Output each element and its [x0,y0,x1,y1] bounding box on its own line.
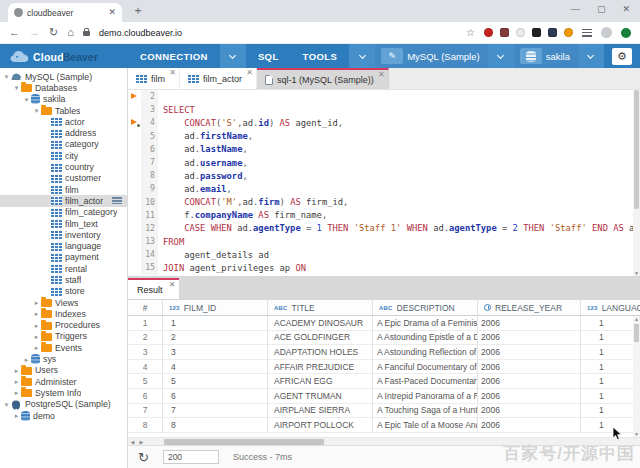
grid-vertical-scrollbar[interactable]: ▲ ▼ [633,316,640,437]
sidebar-item-film[interactable]: film [0,184,127,195]
grid-cell[interactable]: 2006 [478,404,581,418]
sidebar-item-indexes[interactable]: ▸Indexes [0,308,127,319]
tree-down-arrow-icon[interactable]: ▾ [2,400,11,409]
close-icon[interactable]: ✕ [246,69,253,77]
grid-cell[interactable]: 8 [163,418,268,432]
grid-cell[interactable]: A Touching Saga of a Hunter ... [373,404,478,418]
edit-connection-icon[interactable]: ✎ [381,48,403,64]
sidebar-item-film-text[interactable]: film_text [0,218,127,229]
grid-cell[interactable]: ACE GOLDFINGER [268,331,373,345]
maximize-icon[interactable]: ▢ [597,4,606,14]
grid-cell[interactable]: ACADEMY DINOSAUR [268,316,373,330]
connection-menu-dropdown[interactable] [220,44,246,68]
tree-right-arrow-icon[interactable]: ▸ [32,298,41,307]
tab-close-icon[interactable]: ✕ [108,8,116,17]
browser-update-icon[interactable] [621,28,631,38]
secure-lock-icon[interactable] [83,31,90,36]
new-tab-button[interactable]: ＋ [132,2,144,19]
connection-selector-dropdown[interactable] [488,44,514,68]
extension-icon[interactable] [500,28,509,37]
tree-right-arrow-icon[interactable]: ▸ [12,388,21,397]
fetch-size-input[interactable] [163,450,219,464]
sidebar-item-demo[interactable]: ▸demo [0,410,127,421]
forward-icon[interactable]: → [29,27,40,38]
sidebar-item-customer[interactable]: customer [0,173,127,184]
editor-tab-film[interactable]: film✕ [128,68,180,89]
grid-cell[interactable]: A Epic Tale of a Moose And a ... [373,418,478,432]
schema-selector[interactable]: sakila [514,44,578,68]
menu-sql[interactable]: SQL [246,44,291,68]
profile-avatar[interactable] [601,27,612,38]
grid-cell[interactable]: A Intrepid Panorama of a Rob... [373,389,478,403]
column-header-release-year[interactable]: RELEASE_YEAR [478,300,581,315]
scroll-right-icon[interactable]: ▶ [137,439,146,445]
refresh-result-icon[interactable]: ↻ [138,451,149,464]
scrollbar-thumb[interactable] [164,439,324,445]
sidebar-item-sys[interactable]: ▸sys [0,353,127,364]
editor-tab-film-actor[interactable]: film_actor✕ [180,68,257,89]
result-tab[interactable]: Result ✕ [128,278,179,299]
grid-cell[interactable]: AFFAIR PREJUDICE [268,360,373,374]
tree-down-arrow-icon[interactable]: ▾ [32,106,41,115]
grid-cell[interactable]: AFRICAN EGG [268,374,373,388]
grid-cell[interactable]: A Fanciful Documentary of a F... [373,360,478,374]
sidebar-item-system-info[interactable]: ▸System Info [0,387,127,398]
scroll-left-icon[interactable]: ◀ [128,439,137,445]
grid-cell[interactable]: A Astounding Reflection of a ... [373,345,478,359]
schema-selector-dropdown[interactable] [578,44,604,68]
minimize-icon[interactable]: — [571,4,580,14]
grid-cell[interactable]: 2006 [478,360,581,374]
sidebar-item-events[interactable]: ▸Events [0,342,127,353]
extension-icon[interactable] [532,28,541,37]
grid-cell[interactable]: 1 [163,316,268,330]
column-header-title[interactable]: ABCTITLE [268,300,373,315]
settings-button[interactable]: ⚙ [612,48,632,65]
sidebar-item-administer[interactable]: ▸Administer [0,376,127,387]
grid-cell[interactable]: 2 [163,331,268,345]
close-icon[interactable]: ✕ [169,281,176,289]
sidebar-item-users[interactable]: ▸Users [0,365,127,376]
sidebar-item-inventory[interactable]: inventory [0,229,127,240]
sql-editor[interactable]: 23SELECT4 CONCAT('S',ad.id) AS agent_id,… [128,90,640,276]
back-icon[interactable]: ← [9,27,20,38]
grid-cell[interactable]: 5 [163,374,268,388]
grid-cell[interactable]: 7 [163,404,268,418]
tree-down-arrow-icon[interactable]: ▾ [22,95,31,104]
close-icon[interactable]: ✕ [378,71,385,79]
sidebar-item-staff[interactable]: staff [0,274,127,285]
grid-cell[interactable]: AIRPLANE SIERRA [268,404,373,418]
grid-cell[interactable]: 2006 [478,374,581,388]
tree-down-arrow-icon[interactable]: ▾ [12,83,21,92]
grid-cell[interactable]: A Astounding Epistle of a Dat... [373,331,478,345]
reload-icon[interactable]: ↻ [49,27,58,38]
sidebar-item-views[interactable]: ▸Views [0,297,127,308]
grid-cell[interactable]: 1 [581,389,640,403]
url-input[interactable]: demo.cloudbeaver.io [99,28,457,38]
sidebar-item-triggers[interactable]: ▸Triggers [0,331,127,342]
scroll-down-icon[interactable]: ▼ [633,270,640,276]
grid-cell[interactable]: 2006 [478,345,581,359]
sidebar-item-language[interactable]: language [0,240,127,251]
close-icon[interactable]: ✕ [169,69,176,77]
grid-cell[interactable]: A Fast-Paced Documentary of ... [373,374,478,388]
scrollbar-thumb[interactable] [634,90,639,209]
sidebar-item-film-category[interactable]: film_category [0,207,127,218]
tools-menu-dropdown[interactable] [349,44,375,68]
reading-list-icon[interactable] [582,29,592,37]
grid-cell[interactable]: AGENT TRUMAN [268,389,373,403]
column-header-description[interactable]: ABCDESCRIPTION [373,300,478,315]
scroll-up-icon[interactable]: ▲ [633,316,640,322]
grid-cell[interactable]: 1 [581,316,640,330]
bookmark-star-icon[interactable]: ☆ [466,27,475,38]
sidebar-item-procedures[interactable]: ▸Procedures [0,320,127,331]
grid-cell[interactable]: 1 [581,374,640,388]
connection-selector[interactable]: ✎ MySQL (Sample) [375,44,488,68]
close-icon[interactable]: ✕ [622,4,630,14]
menu-tools[interactable]: TOOLS [291,44,350,68]
home-icon[interactable]: ⌂ [67,27,74,38]
tree-right-arrow-icon[interactable]: ▸ [32,332,41,341]
sidebar-item-rental[interactable]: rental [0,263,127,274]
scroll-down-icon[interactable]: ▼ [633,431,640,437]
grid-cell[interactable]: 4 [163,360,268,374]
grid-cell[interactable]: 2006 [478,316,581,330]
